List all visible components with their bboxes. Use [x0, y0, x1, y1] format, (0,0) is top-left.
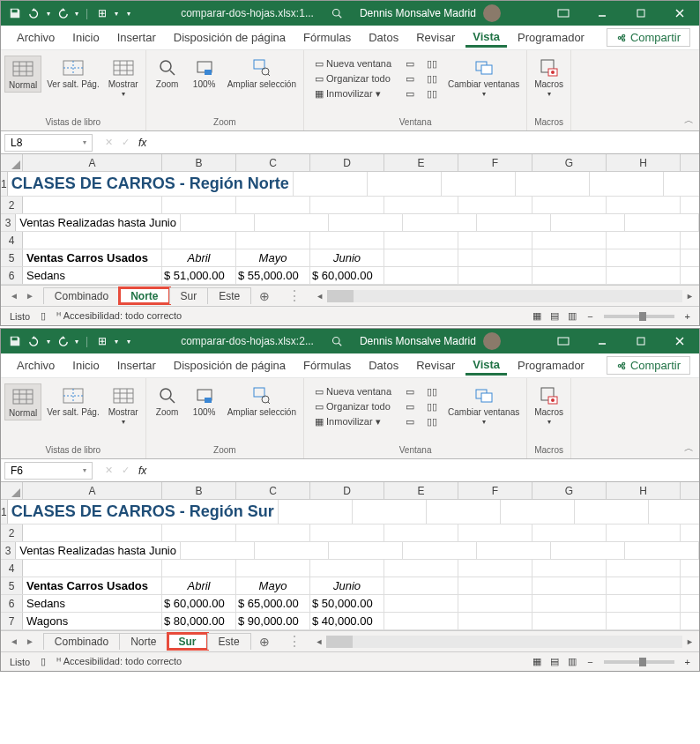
menu-inicio[interactable]: Inicio — [65, 357, 106, 374]
zoom-in-icon[interactable]: + — [685, 311, 690, 322]
cell[interactable] — [607, 197, 681, 213]
zoom-100-button[interactable]: 100% — [187, 56, 222, 91]
cell[interactable] — [607, 249, 681, 266]
ribbon-display-button[interactable] — [544, 1, 583, 26]
qat-more-icon[interactable]: ⊞ — [95, 6, 109, 20]
name-box[interactable]: L8▾ — [4, 134, 93, 152]
cell[interactable] — [664, 172, 700, 196]
menu-vista[interactable]: Vista — [465, 356, 507, 376]
cell[interactable] — [607, 613, 681, 629]
col-header[interactable]: G — [532, 482, 607, 499]
cell[interactable]: $ 60,000.00 — [162, 595, 236, 612]
cell[interactable] — [477, 542, 551, 559]
cell[interactable] — [255, 542, 329, 559]
menu-fórmulas[interactable]: Fórmulas — [296, 357, 358, 374]
menu-revisar[interactable]: Revisar — [409, 357, 462, 374]
cell[interactable] — [501, 500, 575, 524]
cell[interactable] — [23, 197, 162, 213]
new-window-button[interactable]: ▭ Nueva ventana — [311, 385, 395, 398]
sheet-tab-este[interactable]: Este — [207, 633, 251, 650]
menu-datos[interactable]: Datos — [361, 357, 406, 374]
view-normal-button[interactable]: Normal — [4, 56, 41, 93]
window-unhide-button[interactable]: ▭ — [402, 87, 418, 100]
cell[interactable]: $ 60,000.00 — [310, 267, 384, 284]
select-all-corner[interactable] — [1, 154, 23, 171]
cell[interactable] — [23, 560, 162, 577]
row-header[interactable]: 5 — [1, 577, 23, 594]
name-box[interactable]: F6▾ — [4, 462, 93, 480]
menu-insertar[interactable]: Insertar — [110, 29, 163, 46]
cell[interactable] — [607, 560, 681, 577]
macro-record-icon[interactable]: ▯ — [41, 310, 46, 322]
col-header[interactable]: B — [162, 154, 236, 171]
menu-inicio[interactable]: Inicio — [65, 29, 106, 46]
macros-button[interactable]: Macros▾ — [531, 383, 567, 428]
cell[interactable]: Junio — [310, 249, 384, 266]
normal-view-icon[interactable]: ▦ — [532, 656, 541, 667]
cell[interactable] — [575, 500, 649, 524]
tab-scroll-right-icon[interactable]: ► — [26, 291, 34, 301]
cell[interactable] — [607, 577, 681, 594]
search-button[interactable] — [331, 336, 342, 346]
cell[interactable] — [162, 560, 236, 577]
menu-disposición de página[interactable]: Disposición de página — [167, 357, 293, 374]
cell[interactable] — [310, 560, 384, 577]
reset-pos-icon[interactable]: ▯▯ — [423, 415, 441, 428]
col-header[interactable]: B — [162, 482, 236, 499]
pagebreak-view-icon[interactable]: ▥ — [568, 310, 577, 322]
menu-programador[interactable]: Programador — [510, 29, 592, 46]
window-unhide-button[interactable]: ▭ — [402, 415, 418, 428]
cell[interactable] — [458, 267, 532, 284]
zoom-selection-button[interactable]: Ampliar selección — [224, 56, 300, 91]
row-header[interactable]: 1 — [1, 500, 8, 524]
view-pagebreak-button[interactable]: Ver salt. Pág. — [43, 56, 102, 91]
cell[interactable] — [384, 613, 458, 629]
new-window-button[interactable]: ▭ Nueva ventana — [311, 57, 395, 71]
menu-vista[interactable]: Vista — [465, 28, 507, 48]
view-pagebreak-button[interactable]: Ver salt. Pág. — [43, 383, 102, 419]
menu-disposición de página[interactable]: Disposición de página — [167, 29, 293, 46]
cell[interactable] — [458, 197, 532, 213]
cell[interactable] — [458, 595, 532, 612]
worksheet-grid[interactable]: ABCDEFGH 1CLASES DE CARROS - Región Nort… — [1, 154, 699, 285]
horizontal-scrollbar[interactable] — [326, 636, 682, 648]
cell[interactable] — [427, 500, 501, 524]
col-header[interactable]: D — [310, 154, 384, 171]
cell[interactable] — [458, 577, 532, 594]
col-header[interactable]: F — [458, 154, 532, 171]
cell[interactable]: $ 65,000.00 — [236, 595, 310, 612]
maximize-button[interactable] — [622, 329, 660, 353]
cell[interactable] — [516, 172, 590, 196]
cell[interactable] — [532, 249, 607, 266]
cell[interactable]: Ventas Carros Usados — [23, 577, 162, 594]
cell[interactable] — [477, 214, 551, 231]
menu-revisar[interactable]: Revisar — [409, 29, 462, 46]
cell[interactable]: Abril — [162, 577, 236, 594]
tab-scroll-right-icon[interactable]: ► — [26, 636, 34, 646]
cell[interactable] — [384, 560, 458, 577]
cell[interactable] — [236, 560, 310, 577]
cell[interactable]: $ 40,000.00 — [310, 613, 384, 629]
cell[interactable] — [368, 172, 442, 196]
row-header[interactable]: 6 — [1, 267, 23, 284]
cell[interactable] — [532, 267, 607, 284]
ribbon-display-button[interactable] — [544, 329, 583, 353]
cell[interactable] — [162, 525, 236, 541]
collapse-ribbon-icon[interactable]: ︿ — [684, 442, 694, 455]
zoom-in-icon[interactable]: + — [685, 657, 690, 667]
col-header[interactable]: A — [23, 154, 162, 171]
view-side-icon[interactable]: ▯▯ — [423, 57, 441, 71]
col-header[interactable]: G — [532, 154, 607, 171]
close-button[interactable] — [660, 1, 699, 26]
menu-insertar[interactable]: Insertar — [110, 357, 163, 374]
search-button[interactable] — [331, 8, 342, 19]
zoom-out-icon[interactable]: − — [587, 657, 592, 667]
view-show-button[interactable]: Mostrar▾ — [105, 56, 142, 100]
cell[interactable] — [458, 560, 532, 577]
row-header[interactable]: 6 — [1, 595, 23, 612]
cell[interactable] — [649, 500, 700, 524]
qat-more-icon[interactable]: ⊞ — [95, 334, 109, 348]
menu-datos[interactable]: Datos — [361, 29, 406, 46]
window-split-button[interactable]: ▭ — [402, 57, 418, 71]
macros-button[interactable]: Macros▾ — [531, 56, 567, 100]
